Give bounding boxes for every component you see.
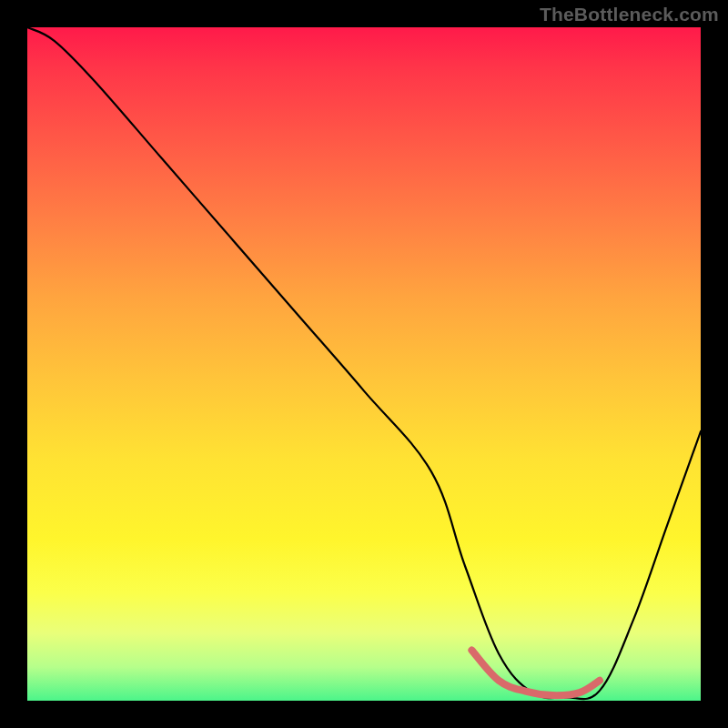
plot-area bbox=[27, 27, 701, 701]
watermark-text: TheBottleneck.com bbox=[540, 4, 719, 25]
chart-frame: TheBottleneck.com bbox=[0, 0, 728, 728]
curve-path bbox=[27, 27, 701, 699]
highlight-path bbox=[471, 651, 600, 696]
chart-svg bbox=[27, 27, 701, 701]
